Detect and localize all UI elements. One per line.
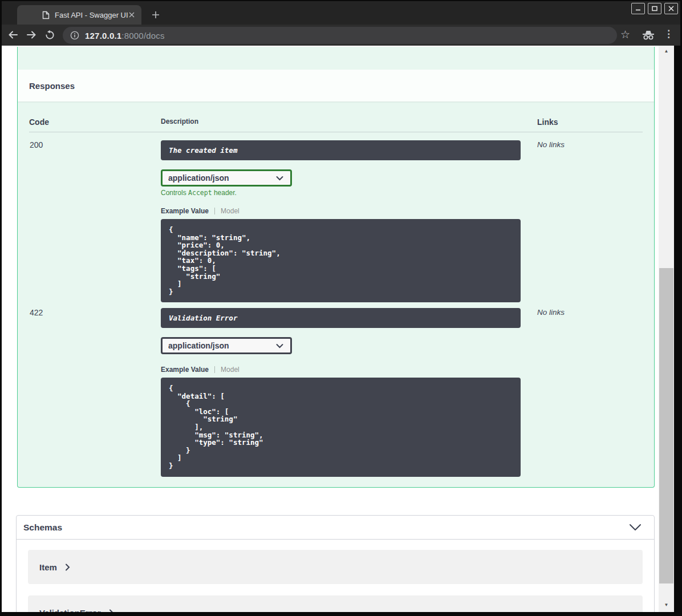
tab-example-value[interactable]: Example Value xyxy=(161,207,209,215)
page-content: Responses Code Description Links 200 The… xyxy=(2,46,659,612)
back-button[interactable] xyxy=(7,29,19,41)
accept-header-note: Controls Accept header. xyxy=(161,189,537,197)
chevron-right-icon xyxy=(109,609,114,613)
model-name: Item xyxy=(39,562,57,572)
responses-table: Code Description Links 200 The created i… xyxy=(18,102,654,487)
response-row-422: 422 Validation Error application/json Ex… xyxy=(29,302,643,477)
note-code: Accept xyxy=(188,189,212,197)
close-icon xyxy=(668,5,675,12)
header-description: Description xyxy=(161,117,537,127)
model-card-item[interactable]: Item xyxy=(28,550,643,584)
site-info-icon[interactable] xyxy=(70,31,79,40)
header-code: Code xyxy=(29,117,161,127)
schemas-title: Schemas xyxy=(23,522,62,533)
maximize-icon xyxy=(651,5,658,12)
chevron-down-icon xyxy=(276,176,283,181)
tab-example-value[interactable]: Example Value xyxy=(161,366,209,374)
minimize-button[interactable] xyxy=(631,3,645,14)
response-code: 422 xyxy=(29,308,161,477)
responses-title: Responses xyxy=(29,81,75,91)
tab-divider xyxy=(214,208,215,214)
reload-button[interactable] xyxy=(43,29,56,41)
url-text: 127.0.0.1:8000/docs xyxy=(85,31,165,40)
maximize-button[interactable] xyxy=(648,3,661,14)
model-card-validationerror[interactable]: ValidationError xyxy=(28,595,643,612)
note-prefix: Controls xyxy=(161,189,188,197)
browser-tab[interactable]: Fast API - Swagger UI xyxy=(17,5,141,25)
model-name: ValidationError xyxy=(39,608,101,613)
chevron-down-icon xyxy=(276,343,283,348)
no-links-label: No links xyxy=(537,308,643,477)
content-type-select[interactable]: application/json xyxy=(161,169,292,187)
content-type-value: application/json xyxy=(168,341,229,350)
plus-icon xyxy=(152,11,160,19)
content-type-select[interactable]: application/json xyxy=(161,337,292,354)
tab-model[interactable]: Model xyxy=(221,207,239,215)
scroll-up-button[interactable]: ▲ xyxy=(659,48,674,54)
response-description-box: Validation Error xyxy=(161,308,521,328)
star-icon: ☆ xyxy=(620,29,630,40)
example-code-block: { "detail": [ { "loc": [ "string" ], "ms… xyxy=(161,378,521,477)
example-code-block: { "name": "string", "price": 0, "descrip… xyxy=(161,219,521,302)
response-description-cell: Validation Error application/json Exampl… xyxy=(161,308,537,477)
chevron-down-icon[interactable] xyxy=(629,524,642,531)
page-scrollbar[interactable]: ▲ ▼ xyxy=(659,46,674,612)
scroll-up-icon: ▲ xyxy=(664,48,669,54)
incognito-icon xyxy=(641,30,656,40)
window-controls xyxy=(631,3,678,14)
new-tab-button[interactable] xyxy=(149,9,162,21)
url-bar[interactable]: 127.0.0.1:8000/docs xyxy=(63,27,617,44)
schemas-section: Schemas Item ValidationError xyxy=(16,515,655,612)
response-row-200: 200 The created item application/json Co… xyxy=(29,132,643,302)
url-path: :8000/docs xyxy=(121,31,164,40)
example-tabs: Example Value Model xyxy=(161,207,537,215)
forward-icon xyxy=(26,29,37,40)
responses-panel: Responses Code Description Links 200 The… xyxy=(17,47,655,488)
response-description-text: The created item xyxy=(169,146,237,155)
response-description-cell: The created item application/json Contro… xyxy=(161,140,537,302)
reload-icon xyxy=(44,30,55,40)
no-links-label: No links xyxy=(537,140,643,302)
responses-section-header: Responses xyxy=(18,70,654,102)
tab-divider xyxy=(214,366,215,373)
content-type-value: application/json xyxy=(168,173,229,183)
tab-title: Fast API - Swagger UI xyxy=(55,11,129,19)
responses-table-header: Code Description Links xyxy=(29,102,643,132)
schemas-header[interactable]: Schemas xyxy=(17,516,654,540)
tab-close-button[interactable] xyxy=(129,12,135,18)
response-description-text: Validation Error xyxy=(169,314,237,322)
header-links: Links xyxy=(537,117,643,127)
note-suffix: header. xyxy=(212,189,237,197)
close-button[interactable] xyxy=(664,3,678,14)
scroll-down-button[interactable]: ▼ xyxy=(659,602,674,607)
menu-button[interactable]: ⋮ xyxy=(664,29,673,39)
tab-model[interactable]: Model xyxy=(221,366,239,374)
forward-button[interactable] xyxy=(25,29,38,41)
tab-strip: Fast API - Swagger UI xyxy=(2,1,680,25)
schemas-body: Item ValidationError xyxy=(17,540,654,612)
browser-window: Fast API - Swagger UI xyxy=(0,0,682,616)
response-description-box: The created item xyxy=(161,140,521,160)
scroll-down-icon: ▼ xyxy=(664,602,669,607)
example-tabs: Example Value Model xyxy=(161,366,537,374)
kebab-menu-icon: ⋮ xyxy=(664,29,673,39)
bookmark-star-button[interactable]: ☆ xyxy=(620,29,630,40)
opblock-top-spacer xyxy=(18,47,654,70)
scrollbar-thumb[interactable] xyxy=(659,268,673,583)
response-code: 200 xyxy=(29,140,161,302)
back-icon xyxy=(7,29,19,40)
chevron-right-icon xyxy=(65,564,70,571)
url-host: 127.0.0.1 xyxy=(85,31,121,40)
page-icon xyxy=(42,11,50,19)
minimize-icon xyxy=(635,5,642,12)
